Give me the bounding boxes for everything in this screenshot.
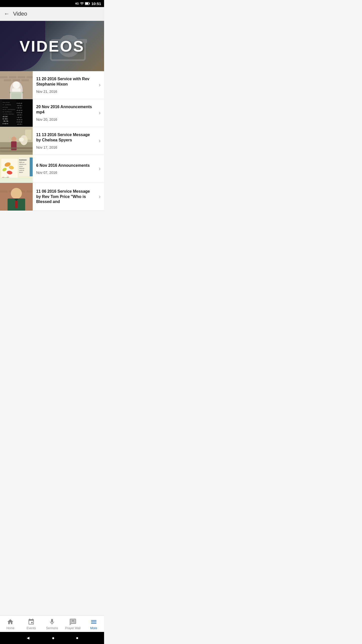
video-info: 11 06 2016 Service Message by Rev Tom Pr… [33,186,98,208]
svg-text:▓▒░■▓▒░■▓▒: ▓▒░■▓▒░■▓▒ [17,103,22,104]
svg-text:░■▓▒░■▓▒░■: ░■▓▒░■▓▒░■ [17,124,22,125]
svg-text:▓■░▒▓▒■░: ▓■░▒▓▒■░ [3,118,8,120]
svg-text:morning.: morning. [3,107,8,108]
list-item[interactable]: 11 20 2016 Service with Rev Stephanie Hi… [0,71,104,99]
thumb-image [0,183,33,211]
video-date: Nov 07, 2016 [36,171,95,175]
svg-rect-1 [89,3,90,4]
video-title: 11 06 2016 Service Message by Rev Tom Pr… [36,189,95,205]
video-thumbnail [0,183,33,211]
chevron-right-icon[interactable]: › [98,82,104,88]
4g-label: 4G [75,2,79,5]
svg-text:■▓▒░▓■▒░: ■▓▒░▓■▒░ [3,116,8,117]
svg-text:░■▓▒░■▓▒░■: ░■▓▒░■▓▒░■ [17,114,22,115]
svg-point-78 [11,188,22,199]
svg-rect-10 [0,71,33,99]
svg-text:▒░■▓▒░■▓▒░: ▒░■▓▒░■▓▒░ [17,117,22,118]
svg-text:▒░■▓▒░■▓▒░: ▒░■▓▒░■▓▒░ [17,107,22,108]
list-item[interactable]: Anna Hixon of JustPeace morning. Smith, … [0,99,104,127]
video-info: 11 13 2016 Service Message by Chelsea Sp… [33,129,98,152]
svg-rect-20 [10,92,23,93]
svg-text:Smith, coordinates: Smith, coordinates [3,109,15,110]
svg-rect-51 [0,150,33,152]
svg-rect-50 [0,147,33,149]
svg-text:Anna Hixon: Anna Hixon [3,102,10,103]
svg-rect-12 [9,76,16,78]
svg-rect-69 [30,157,33,176]
svg-rect-52 [25,130,31,140]
svg-rect-17 [21,79,29,81]
chevron-right-icon[interactable]: › [98,138,104,144]
video-date: Nov 17, 2016 [36,145,95,149]
svg-rect-14 [26,76,33,78]
thumb-image: Anna Hixon of JustPeace morning. Smith, … [1,100,33,126]
svg-rect-11 [0,76,8,78]
svg-text:░▒▓■░▒▓■: ░▒▓■░▒▓■ [3,120,8,122]
thumb-image [0,127,33,155]
svg-point-48 [11,137,16,142]
thumb-image: Thank You REMINDER: M&M's are collecting… [0,155,33,183]
video-date: Nov 20, 2016 [36,117,95,122]
page-header: ← Video [0,7,104,21]
chevron-right-icon[interactable]: › [98,193,104,200]
video-info: 6 Nov 2016 Announcements Nov 07, 2016 [33,160,98,178]
video-thumbnail [0,127,33,155]
chevron-right-icon[interactable]: › [98,110,104,116]
svg-rect-74 [0,190,8,192]
svg-text:░■▓▒░■▓▒░■: ░■▓▒░■▓▒░■ [17,105,22,106]
battery-icon [85,2,90,5]
chevron-right-icon[interactable]: › [98,166,104,172]
video-title: 11 13 2016 Service Message by Chelsea Sp… [36,132,95,143]
svg-text:of JustPeace: of JustPeace [3,104,11,105]
hero-banner: VIDEOS [0,21,104,71]
video-info: 20 Nov 2016 Announcements mp4 Nov 20, 20… [33,101,98,125]
status-bar: 4G 10:51 [0,0,104,7]
video-info: 11 20 2016 Service with Rev Stephanie Hi… [33,73,98,97]
svg-point-47 [19,138,24,142]
hero-title: VIDEOS [20,37,84,55]
video-thumbnail [0,71,33,99]
svg-text:M&M's are: M&M's are [19,162,25,163]
svg-text:▓▒░■▓▒░■▓▒: ▓▒░■▓▒░■▓▒ [17,121,22,123]
svg-rect-16 [13,79,20,81]
video-list: 11 20 2016 Service with Rev Stephanie Hi… [0,71,104,211]
svg-text:Halloween: Halloween [19,168,25,169]
signal-icon [80,2,84,6]
svg-rect-2 [85,3,88,5]
video-title: 6 Nov 2016 Announcements [36,163,95,168]
svg-text:■▓▒░■▓▒░■▓: ■▓▒░■▓▒░■▓ [17,119,22,120]
thumb-image [0,71,33,99]
svg-text:by JustPeace),: by JustPeace), [3,111,13,112]
back-button[interactable]: ← [4,11,10,17]
video-date: Nov 21, 2016 [36,90,95,94]
svg-text:excess: excess [19,166,23,167]
svg-rect-13 [18,76,25,78]
svg-rect-71 [0,178,33,183]
svg-text:candy (for: candy (for [19,170,24,171]
video-title: 11 20 2016 Service with Rev Stephanie Hi… [36,76,95,87]
list-item[interactable]: Thank You REMINDER: M&M's are collecting… [0,155,104,183]
video-title: 20 Nov 2016 Announcements mp4 [36,104,95,115]
svg-text:collecting your: collecting your [19,164,26,165]
svg-rect-80 [15,200,18,208]
svg-text:REMINDER:: REMINDER: [19,159,27,161]
page-title: Video [13,11,27,17]
list-item[interactable]: 11 13 2016 Service Message by Chelsea Sp… [0,127,104,155]
signal-indicators: 4G [75,2,90,6]
svg-point-18 [13,82,20,89]
svg-text:■▓▒░■▓▒░■▓: ■▓▒░■▓▒░■▓ [17,110,22,111]
svg-rect-15 [4,79,11,81]
svg-rect-21 [11,93,22,99]
svg-rect-77 [26,190,33,192]
svg-text:Mission: Mission [19,172,23,173]
list-item[interactable]: 11 06 2016 Service Message by Rev Tom Pr… [0,183,104,211]
video-thumbnail: Anna Hixon of JustPeace morning. Smith, … [0,99,33,127]
clock: 10:51 [92,2,101,6]
svg-text:turning veterans.: turning veterans. [3,113,15,115]
video-thumbnail: Thank You REMINDER: M&M's are collecting… [0,155,33,183]
svg-text:▓░■▒▓░■▒: ▓░■▒▓░■▒ [3,123,8,125]
svg-text:▓▒░■▓▒░■▓▒: ▓▒░■▓▒░■▓▒ [17,112,22,113]
svg-rect-19 [12,88,21,98]
